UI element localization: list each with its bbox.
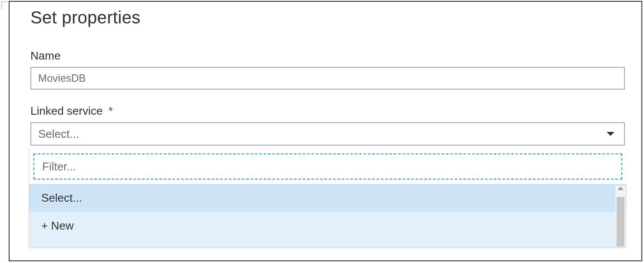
name-field-group: Name xyxy=(30,49,625,90)
linked-service-label-text: Linked service xyxy=(30,104,103,117)
linked-service-dropdown: Select... + New xyxy=(29,147,627,248)
option-new[interactable]: + New xyxy=(29,212,627,240)
left-edge-decoration xyxy=(1,1,8,9)
linked-service-select[interactable]: Select... xyxy=(30,122,625,146)
scroll-thumb[interactable] xyxy=(617,197,624,246)
scrollbar-track[interactable] xyxy=(615,186,626,247)
linked-service-label: Linked service * xyxy=(30,104,625,118)
linked-service-select-wrapper: Select... Select... + New xyxy=(30,122,625,146)
chevron-down-icon xyxy=(607,132,614,136)
options-area: Select... + New xyxy=(29,184,627,247)
option-select-placeholder[interactable]: Select... xyxy=(29,184,627,212)
name-label: Name xyxy=(30,49,625,63)
name-input[interactable] xyxy=(30,67,625,90)
scroll-up-icon xyxy=(617,186,624,190)
page-title: Set properties xyxy=(30,8,625,27)
filter-input[interactable] xyxy=(33,153,622,180)
set-properties-panel: Set properties Name Linked service * Sel… xyxy=(9,1,642,261)
linked-service-placeholder: Select... xyxy=(38,127,79,141)
filter-wrap xyxy=(29,147,627,184)
required-star: * xyxy=(108,104,113,117)
linked-service-field-group: Linked service * Select... Select... + N… xyxy=(30,104,625,146)
left-edge-decoration-2 xyxy=(1,25,8,62)
